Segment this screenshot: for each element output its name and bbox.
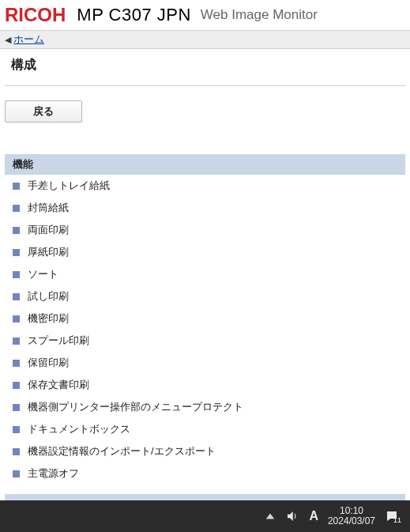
list-item: ドキュメントボックス <box>5 418 405 440</box>
bullet-icon <box>13 382 20 389</box>
list-item: 保留印刷 <box>5 352 405 374</box>
page-title-bar: 構成 <box>0 49 410 85</box>
feature-label: 保存文書印刷 <box>28 378 89 392</box>
device-model: MP C307 JPN <box>77 5 190 25</box>
list-item: 試し印刷 <box>5 285 405 308</box>
feature-label: 機器側プリンター操作部のメニュープロテクト <box>28 400 243 414</box>
feature-label: スプール印刷 <box>28 334 89 348</box>
list-item: 機器側プリンター操作部のメニュープロテクト <box>5 396 405 418</box>
feature-label: 試し印刷 <box>28 289 69 304</box>
features-list: 手差しトレイ給紙 封筒給紙 両面印刷 厚紙印刷 ソート 試し印刷 機密印刷 スプ… <box>5 175 405 485</box>
clock-date: 2024/03/07 <box>328 516 375 526</box>
feature-label: 機密印刷 <box>28 311 69 326</box>
feature-label: 厚紙印刷 <box>28 245 69 259</box>
features-heading: 機能 <box>5 154 405 175</box>
bullet-icon <box>13 249 20 256</box>
bullet-icon <box>13 227 20 234</box>
notifications-icon[interactable]: 11 <box>385 509 399 523</box>
ime-indicator[interactable]: A <box>309 509 318 523</box>
brand-logo: RICOH <box>5 4 66 26</box>
list-item: ソート <box>5 263 405 285</box>
bullet-icon <box>13 448 20 455</box>
feature-label: 両面印刷 <box>28 223 69 237</box>
bullet-icon <box>13 470 20 477</box>
bullet-icon <box>13 360 20 367</box>
list-item: 機密印刷 <box>5 308 405 330</box>
feature-label: ソート <box>28 267 58 281</box>
bullet-icon <box>13 338 20 345</box>
list-item: 主電源オフ <box>5 462 405 485</box>
breadcrumb: ◀ ホーム <box>0 31 410 49</box>
list-item: スプール印刷 <box>5 330 405 352</box>
bullet-icon <box>13 315 20 323</box>
clock[interactable]: 10:10 2024/03/07 <box>328 506 375 526</box>
feature-label: 封筒給紙 <box>28 201 69 215</box>
list-item: 両面印刷 <box>5 219 405 241</box>
bullet-icon <box>13 426 20 433</box>
back-button[interactable]: 戻る <box>5 100 82 123</box>
bullet-icon <box>13 293 20 300</box>
bullet-icon <box>13 205 20 212</box>
list-item: 封筒給紙 <box>5 197 405 219</box>
feature-label: ドキュメントボックス <box>28 422 130 436</box>
list-item: 機器設定情報のインポート/エクスポート <box>5 440 405 462</box>
feature-label: 機器設定情報のインポート/エクスポート <box>28 444 216 458</box>
page-title: 構成 <box>11 57 402 74</box>
notification-count-badge: 11 <box>393 516 401 524</box>
features-section: 機能 手差しトレイ給紙 封筒給紙 両面印刷 厚紙印刷 ソート 試し印刷 機密印刷… <box>5 154 405 485</box>
button-row: 戻る <box>0 86 410 145</box>
list-item: 厚紙印刷 <box>5 241 405 263</box>
windows-taskbar: A 10:10 2024/03/07 11 <box>0 500 410 532</box>
breadcrumb-caret-icon: ◀ <box>5 35 11 45</box>
bullet-icon <box>13 183 20 190</box>
feature-label: 保留印刷 <box>28 356 69 370</box>
feature-label: 主電源オフ <box>28 466 79 481</box>
app-name: Web Image Monitor <box>201 7 318 23</box>
bullet-icon <box>13 404 20 411</box>
list-item: 保存文書印刷 <box>5 374 405 396</box>
volume-icon[interactable] <box>285 509 299 523</box>
feature-label: 手差しトレイ給紙 <box>28 179 110 193</box>
list-item: 手差しトレイ給紙 <box>5 175 405 197</box>
bullet-icon <box>13 271 20 278</box>
tray-overflow-icon[interactable] <box>265 511 276 522</box>
breadcrumb-home-link[interactable]: ホーム <box>13 32 44 47</box>
app-header: RICOH MP C307 JPN Web Image Monitor <box>0 0 410 31</box>
